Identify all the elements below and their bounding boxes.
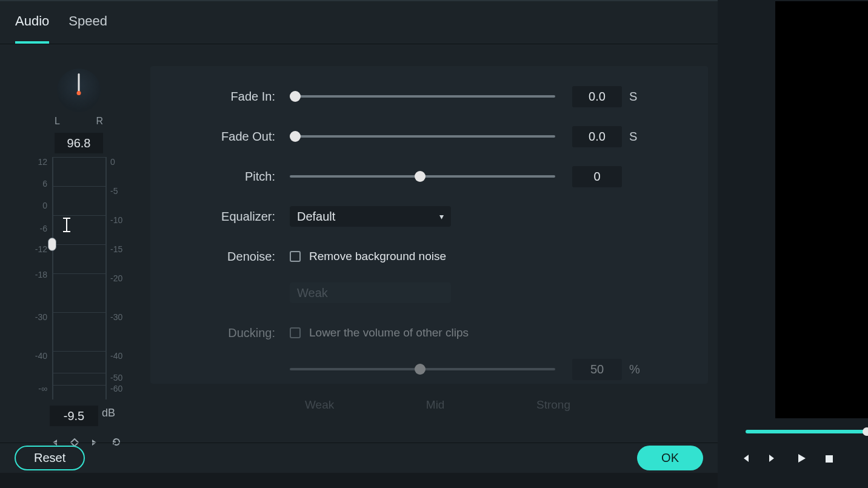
db-right-tick: -20 [110, 273, 129, 283]
fade-in-slider[interactable] [290, 95, 555, 98]
tab-speed[interactable]: Speed [68, 11, 107, 44]
db-left-tick: -18 [30, 270, 47, 279]
ducking-label: Ducking: [169, 326, 290, 340]
db-left-tick: -12 [30, 244, 47, 254]
db-left-tick: 12 [30, 157, 47, 167]
ducking-value-input: 50 [572, 359, 622, 380]
pitch-value-input[interactable]: 0 [572, 166, 622, 187]
video-preview [775, 1, 868, 418]
play-icon[interactable] [795, 452, 807, 467]
fade-out-unit: S [629, 130, 637, 144]
pan-value-input[interactable]: 96.8 [55, 133, 103, 153]
db-right-tick: -5 [110, 186, 129, 196]
preview-panel [718, 0, 868, 488]
tab-audio[interactable]: Audio [15, 11, 49, 44]
db-left-tick: -6 [30, 224, 47, 233]
dialog-footer: Reset OK [0, 443, 718, 473]
denoise-strength-select: Weak [290, 282, 451, 303]
volume-pan-area: L R 96.8 12 6 0 -6 -12 -18 -30 -40 -∞ [18, 69, 139, 450]
step-back-icon[interactable] [739, 453, 750, 467]
chevron-down-icon: ▾ [439, 212, 444, 221]
svg-rect-0 [826, 455, 833, 463]
step-forward-icon[interactable] [767, 453, 778, 467]
ducking-unit: % [629, 363, 640, 376]
db-left-tick: -∞ [30, 384, 47, 393]
db-right-tick: 0 [110, 157, 129, 167]
tabs: Audio Speed [0, 1, 718, 44]
fade-out-value-input[interactable]: 0.0 [572, 126, 622, 147]
db-left-tick: 6 [30, 179, 47, 189]
db-left-tick: 0 [30, 201, 47, 210]
ducking-checkbox[interactable] [290, 327, 301, 338]
pitch-label: Pitch: [169, 170, 290, 184]
reset-button[interactable]: Reset [15, 446, 85, 470]
ducking-slider [290, 368, 555, 370]
denoise-check-label: Remove background noise [309, 250, 446, 263]
fade-in-label: Fade In: [169, 90, 290, 104]
pitch-slider[interactable] [290, 175, 555, 178]
ducking-mark-weak: Weak [305, 398, 334, 412]
db-unit-label: dB [102, 407, 115, 419]
db-right-tick: -15 [110, 244, 129, 254]
equalizer-value: Default [297, 210, 335, 224]
db-right-tick: -50 [110, 373, 129, 383]
ducking-mark-strong: Strong [536, 398, 570, 412]
pan-knob[interactable] [57, 69, 101, 112]
fade-in-value-input[interactable]: 0.0 [572, 86, 622, 107]
db-right-tick: -60 [110, 384, 129, 393]
equalizer-select[interactable]: Default ▾ [290, 206, 451, 227]
db-right-tick: -30 [110, 312, 129, 322]
fade-in-unit: S [629, 90, 637, 104]
fade-out-label: Fade Out: [169, 130, 290, 144]
preview-progress-slider[interactable] [746, 430, 867, 433]
db-left-tick: -30 [30, 312, 47, 322]
db-value-input[interactable]: -9.5 [50, 406, 98, 426]
denoise-checkbox[interactable] [290, 251, 301, 262]
ducking-mark-mid: Mid [426, 398, 445, 412]
denoise-label: Denoise: [169, 250, 290, 264]
db-meter: 12 6 0 -6 -12 -18 -30 -40 -∞ 0 -5 -10 [30, 157, 127, 399]
ok-button[interactable]: OK [637, 446, 703, 470]
fade-out-slider[interactable] [290, 135, 555, 138]
audio-controls-panel: Fade In: 0.0 S Fade Out: 0.0 S Pitch: 0 [150, 66, 708, 384]
audio-settings-panel: Audio Speed L R 96.8 12 6 0 [0, 0, 718, 473]
pan-right-label: R [96, 116, 103, 127]
stop-icon[interactable] [824, 453, 834, 467]
db-right-tick: -40 [110, 351, 129, 361]
db-right-tick: -10 [110, 215, 129, 225]
pan-left-label: L [55, 116, 60, 127]
db-fader-thumb[interactable] [48, 238, 56, 251]
ducking-check-label: Lower the volume of other clips [309, 326, 469, 339]
db-left-tick: -40 [30, 351, 47, 361]
equalizer-label: Equalizer: [169, 210, 290, 224]
